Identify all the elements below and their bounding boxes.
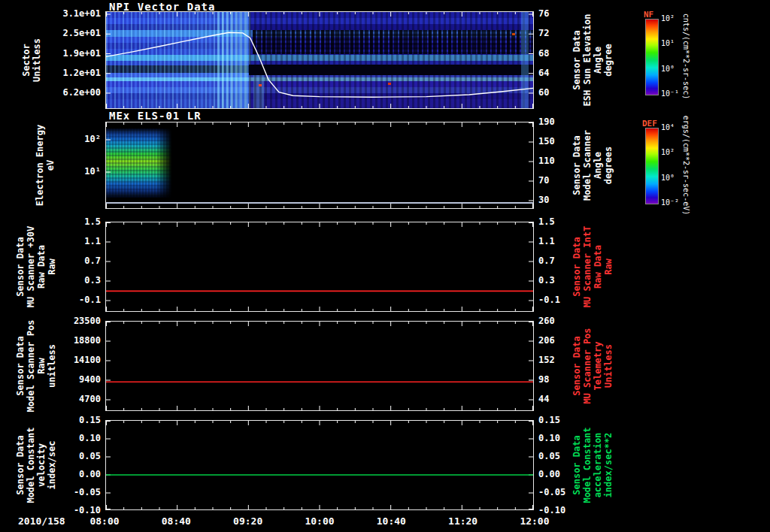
axis-label-line: Model Scanner <box>582 130 593 201</box>
axis-label-line: Raw <box>36 320 47 413</box>
tick-label: 70 <box>538 174 549 186</box>
tick-label: 0.3 <box>538 274 555 286</box>
tick-label: 10¹ <box>84 165 101 177</box>
axis-label-line: Sensor Data <box>15 427 26 503</box>
colorbar-nf <box>645 19 659 95</box>
panel5-right-tick-labels: 0.150.100.050.00-0.05-0.10 <box>538 414 574 516</box>
panel3-y-axis-label: Sensor DataMU Scanner +30VRaw DataRaw <box>15 226 57 307</box>
axis-label-line: Electron Energy <box>35 125 45 206</box>
panel5-y-axis-label: Sensor DataModel Constantvelocityindex/s… <box>15 427 57 503</box>
panel4-left-tick-labels: 23500188001410094004700 <box>57 315 101 405</box>
axis-label-line: MU Scanner +30V <box>26 226 36 307</box>
time-tick-label: 10:00 <box>302 515 337 527</box>
tick-label: 0.05 <box>538 450 560 462</box>
model-constant-plot <box>105 420 534 510</box>
tick-label: -0.05 <box>74 486 101 498</box>
tick-label: 0.3 <box>84 274 101 286</box>
axis-label-line: acceleration <box>593 427 603 503</box>
tick-label: -0.1 <box>79 294 101 306</box>
tick-label: 1.1 <box>84 235 101 247</box>
time-tick-label: 09:20 <box>231 515 265 527</box>
panel2-title: MEx ELS-01 LR <box>109 110 202 122</box>
panel3-right-tick-labels: 1.51.10.70.3-0.1 <box>538 216 574 306</box>
time-tick-label: 08:00 <box>87 515 122 527</box>
tick-label: 1.1 <box>538 235 555 247</box>
colorbar-tick-label: 10¹ <box>661 38 675 49</box>
panel5-left-tick-labels: 0.150.100.050.00-0.05-0.10 <box>62 414 101 516</box>
colorbar-tick-label: 10⁰ <box>661 64 675 74</box>
tick-label: 9400 <box>79 373 101 385</box>
panel1-right-axis-label: Sensor DataESH Sun ElevationAngledegree <box>571 14 614 107</box>
colorbar-def-units-label: ergs/(cm**2-sr-sec-eV) <box>681 116 691 215</box>
panel2-y-axis-label: Electron EnergyeV <box>35 125 56 206</box>
tick-label: 0.15 <box>79 414 101 426</box>
tick-label: 0.7 <box>84 255 101 267</box>
plot-screen: NPI Vector Data SectorUnitless 3.1e+012.… <box>0 0 770 532</box>
time-tick-label: 10:40 <box>374 515 408 527</box>
axis-label-line: Unitless <box>32 38 42 82</box>
colorbar-tick-label: 10⁴ <box>661 122 675 133</box>
tick-label: 1.9e+01 <box>62 47 101 59</box>
time-tick-label: 11:20 <box>446 515 480 527</box>
panel2-right-axis-label: Sensor DataModel ScannerAngledegrees <box>571 130 614 201</box>
tick-label: 6.2e+00 <box>62 86 101 98</box>
tick-label: 0.05 <box>79 450 101 462</box>
tick-label: 72 <box>538 27 549 39</box>
tick-label: 0.7 <box>538 255 555 267</box>
axis-label-line: Sensor Data <box>571 130 582 201</box>
axis-label-line: Sensor Data <box>571 14 582 107</box>
panel4-y-axis-label: Sensor DataModel Scanner PosRawunitless <box>15 320 57 413</box>
tick-label: 1.5 <box>538 216 555 228</box>
axis-label-line: Model Constant <box>582 427 593 503</box>
tick-label: 0.00 <box>538 468 560 480</box>
tick-label: -0.10 <box>538 504 565 516</box>
tick-label: 14100 <box>74 354 101 366</box>
scanner-pos-plot <box>105 321 534 411</box>
tick-label: 98 <box>538 373 549 385</box>
colorbar-tick-label: 10² <box>661 14 675 24</box>
npi-spectrogram-plot <box>105 11 534 109</box>
tick-label: 10² <box>84 133 101 145</box>
tick-label: -0.05 <box>538 486 565 498</box>
axis-label-line: Raw <box>603 226 614 307</box>
tick-label: 150 <box>538 135 555 147</box>
tick-label: 64 <box>538 67 549 79</box>
axis-label-line: Sector <box>21 38 32 82</box>
tick-label: 110 <box>538 155 555 167</box>
axis-label-line: eV <box>45 125 56 206</box>
axis-label-line: Sensor Data <box>15 320 26 413</box>
tick-label: -0.10 <box>74 504 101 516</box>
axis-label-line: Raw <box>47 226 57 307</box>
axis-label-line: Sensor Data <box>15 226 26 307</box>
colorbar-tick-label: 10⁻¹ <box>661 89 679 99</box>
axis-label-line: Raw Data <box>593 226 603 307</box>
axis-label-line: MU Scanner Pos <box>582 328 593 404</box>
axis-label-line: Model Constant <box>26 427 36 503</box>
axis-label-line: Unitless <box>603 328 614 404</box>
axis-label-line: Sensor Data <box>571 226 582 307</box>
axis-label-line: velocity <box>36 427 47 503</box>
panel2-left-tick-labels: 10²10¹ <box>72 133 101 177</box>
axis-label-line: index/sec <box>47 427 57 503</box>
axis-label-line: Angle <box>593 130 603 201</box>
axis-label-line: Sensor Data <box>571 427 582 503</box>
tick-label: 3.1e+01 <box>62 8 101 20</box>
tick-label: 0.10 <box>538 432 560 444</box>
tick-label: 2.5e+01 <box>62 27 101 39</box>
panel3-left-tick-labels: 1.51.10.70.3-0.1 <box>65 216 101 306</box>
tick-label: 152 <box>538 354 555 366</box>
time-tick-label: 12:00 <box>517 515 552 527</box>
axis-label-line: ESH Sun Elevation <box>582 14 593 107</box>
tick-label: 0.15 <box>538 414 560 426</box>
tick-label: 76 <box>538 8 549 20</box>
tick-label: 1.5 <box>84 216 101 228</box>
panel1-y-axis-label: SectorUnitless <box>21 38 42 82</box>
tick-label: 206 <box>538 334 555 346</box>
tick-label: 18800 <box>74 334 101 346</box>
colorbar-def <box>645 128 659 204</box>
tick-label: 44 <box>538 393 549 405</box>
axis-label-line: Raw Data <box>36 226 47 307</box>
tick-label: 23500 <box>74 315 101 327</box>
colorbar-tick-label: 10⁻² <box>661 198 679 208</box>
colorbar-tick-label: 10⁰ <box>661 173 675 183</box>
